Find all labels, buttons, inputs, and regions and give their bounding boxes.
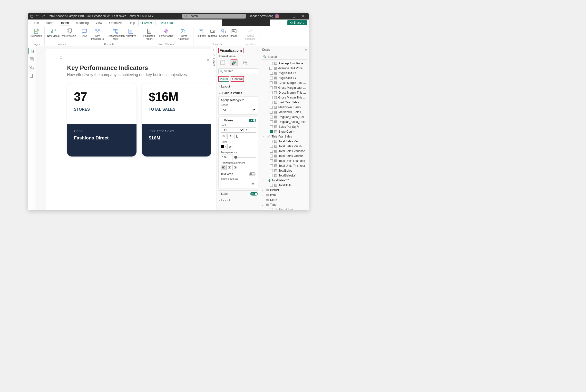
field-row[interactable]: Regular_Sales_Dollars [260, 114, 309, 120]
maximize-button[interactable]: ▢ [290, 14, 298, 18]
series-select[interactable]: All [220, 107, 256, 112]
field-checkbox[interactable] [270, 140, 273, 143]
new-visual-button[interactable]: New visual [46, 27, 60, 42]
field-checkbox[interactable] [270, 208, 273, 210]
power-apps-button[interactable]: Power Apps [158, 27, 174, 42]
tab-home[interactable]: Home [42, 20, 58, 26]
build-visual-icon[interactable] [220, 60, 226, 66]
filters-pane-collapsed[interactable]: « ◁ Filters [211, 46, 216, 210]
field-row[interactable]: Total Sales Var [260, 139, 309, 144]
field-row[interactable]: Gross Margin This Year [260, 90, 309, 95]
global-search[interactable]: Search [182, 14, 246, 18]
field-checkbox[interactable] [270, 169, 273, 172]
expander-icon[interactable]: › [262, 199, 264, 201]
tab-view[interactable]: View [92, 20, 106, 26]
field-row[interactable]: Markdown_Sales_Units [260, 110, 309, 114]
values-toggle[interactable]: On [249, 119, 256, 122]
field-row[interactable]: Total Sales Variance % [260, 154, 309, 158]
kpi-card-stores[interactable]: 37 STORES Chain Fashions Direct [67, 83, 136, 156]
report-view-icon[interactable] [30, 49, 34, 54]
field-row[interactable]: ›TotalSalesTY [260, 178, 309, 183]
bold-button[interactable]: B [220, 134, 226, 139]
color-fx-button[interactable]: fx [228, 144, 233, 150]
expander-icon[interactable]: ⌄ [262, 204, 264, 206]
collapse-icon[interactable]: « [213, 48, 214, 51]
layout-section-2[interactable]: ›Layout [218, 197, 258, 204]
field-checkbox[interactable] [270, 91, 272, 94]
field-row[interactable]: TotalUnits [260, 183, 309, 188]
close-button[interactable]: ✕ [300, 14, 307, 18]
user-account[interactable]: Jaeden Armstrong [250, 14, 279, 18]
field-row[interactable]: Avg $/Unit TY [260, 76, 309, 80]
show-blank-input[interactable] [220, 181, 249, 186]
field-checkbox[interactable] [270, 150, 273, 152]
field-checkbox[interactable] [270, 120, 273, 123]
power-automate-button[interactable]: Power Automate [174, 27, 192, 42]
font-size-input[interactable] [245, 127, 256, 132]
image-button[interactable]: Image [230, 27, 238, 42]
narrative-button[interactable]: Narrative [125, 27, 137, 42]
tab-modeling[interactable]: Modeling [72, 20, 92, 26]
resize-handle-br[interactable] [60, 56, 62, 59]
redo-icon[interactable] [42, 14, 46, 18]
field-row[interactable]: TotalSales [260, 168, 309, 173]
more-visuals-button[interactable]: More visuals [61, 27, 77, 42]
report-canvas[interactable]: △ ⋯ Key Performance Indicators How effec… [36, 46, 211, 210]
tab-data-drill[interactable]: Data / Drill [156, 20, 178, 26]
underline-button[interactable]: U [234, 134, 240, 139]
field-row[interactable]: Total Units Last Year [260, 158, 309, 163]
data-search-input[interactable] [262, 54, 307, 60]
align-center-button[interactable] [226, 165, 232, 170]
field-row[interactable]: Regular_Sales_Units [260, 120, 309, 124]
share-button[interactable]: Share ⌄ [288, 20, 308, 25]
field-row[interactable]: Average Unit Price [260, 61, 309, 66]
field-checkbox[interactable] [269, 67, 272, 70]
layout-section[interactable]: ›Layout [218, 83, 258, 90]
field-checkbox[interactable] [270, 106, 272, 109]
field-checkbox[interactable] [270, 174, 273, 177]
general-tab[interactable]: General [230, 76, 244, 82]
field-checkbox[interactable] [270, 86, 272, 89]
undo-icon[interactable] [36, 14, 40, 18]
shapes-button[interactable]: Shapes [218, 27, 229, 42]
back-arrow-icon[interactable]: ◁ [213, 53, 215, 56]
expand-pane-icon[interactable]: » [256, 49, 258, 52]
field-row[interactable]: Gross Margin Last Year % [260, 85, 309, 90]
label-section[interactable]: ›Label On [218, 190, 258, 197]
expander-icon[interactable]: › [262, 194, 264, 196]
field-checkbox[interactable] [270, 145, 273, 148]
field-checkbox[interactable] [270, 164, 273, 167]
tab-insert[interactable]: Insert [58, 20, 73, 26]
tab-optimize[interactable]: Optimize [106, 20, 125, 26]
minimize-button[interactable]: — [281, 14, 288, 18]
transparency-input[interactable] [220, 154, 233, 160]
model-view-icon[interactable] [30, 65, 34, 70]
save-icon[interactable] [30, 14, 34, 18]
paginated-report-button[interactable]: Paginated report [140, 27, 158, 42]
field-checkbox[interactable] [270, 72, 273, 74]
label-toggle[interactable]: On [250, 192, 258, 196]
field-row[interactable]: Gross Margin Last Year [260, 80, 309, 85]
field-checkbox[interactable] [270, 130, 273, 133]
field-row[interactable]: Total Units This Year [260, 163, 309, 168]
align-right-button[interactable] [232, 165, 238, 170]
tab-help[interactable]: Help [125, 20, 138, 26]
buttons-button[interactable]: Buttons [207, 27, 218, 42]
table-view-icon[interactable] [30, 57, 34, 62]
field-row[interactable]: TotalSalesLY [260, 173, 309, 178]
visual-selection[interactable]: △ ⋯ Key Performance Indicators How effec… [60, 56, 211, 166]
align-left-button[interactable] [220, 165, 226, 170]
warning-icon[interactable]: △ [207, 58, 209, 61]
field-checkbox[interactable] [270, 160, 273, 162]
field-checkbox[interactable] [270, 154, 273, 158]
field-row[interactable]: Markdown_Sales_Dollars [260, 105, 309, 110]
expander-icon[interactable]: › [263, 179, 266, 182]
field-row[interactable]: ›This Year Sales [260, 134, 309, 139]
dax-view-icon[interactable] [30, 74, 34, 78]
expander-icon[interactable]: › [263, 135, 266, 138]
expand-pane-icon[interactable]: » [305, 48, 307, 52]
textwrap-toggle[interactable]: Off [249, 172, 256, 176]
field-row[interactable]: Total Sales Var % [260, 144, 309, 149]
tab-format[interactable]: Format [138, 20, 156, 26]
decomposition-tree-button[interactable]: Decomposition tree [107, 27, 124, 42]
